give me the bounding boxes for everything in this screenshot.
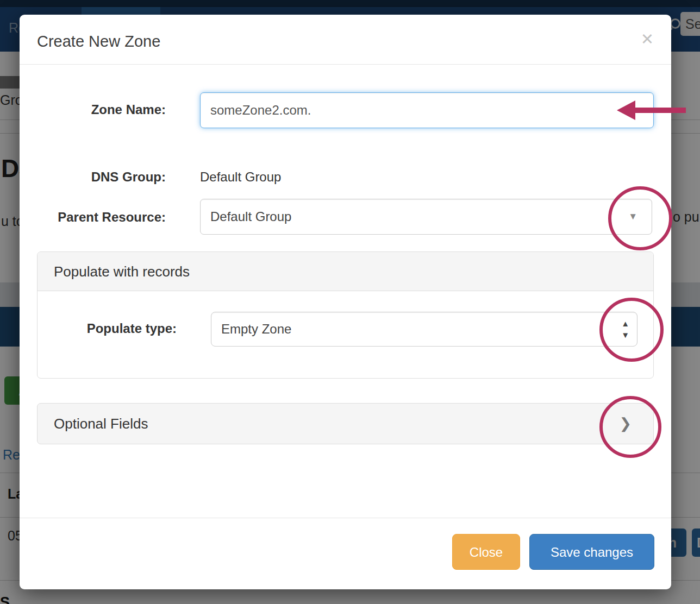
annotation-arrow-shaft [633,108,686,113]
screen: Re Sea Gro DS u to o pu A Re La 05 h D S… [0,0,700,604]
annotation-circle-optional-fields [599,396,661,458]
annotation-circle-populate-type [599,298,664,362]
modal-title: Create New Zone [37,33,160,51]
populate-type-label: Populate type: [38,321,177,336]
populate-panel: Populate with records Populate type: Emp… [37,251,654,379]
dns-group-value: Default Group [200,169,281,185]
populate-panel-heading: Populate with records [38,252,653,291]
create-zone-modal: Create New Zone ✕ Zone Name: DNS Group: … [20,15,671,589]
footer-divider [20,518,671,518]
zone-name-label: Zone Name: [20,102,166,117]
optional-fields-label: Optional Fields [54,416,148,432]
populate-type-value: Empty Zone [221,322,291,336]
close-button[interactable]: Close [452,534,520,570]
parent-resource-select[interactable]: Default Group ▼ [200,199,652,235]
optional-fields-toggle[interactable]: Optional Fields ❯ [37,403,654,444]
parent-resource-label: Parent Resource: [20,210,166,225]
populate-type-select[interactable]: Empty Zone ▲ ▼ [211,312,638,347]
close-icon[interactable]: ✕ [641,30,654,48]
save-changes-button[interactable]: Save changes [529,534,654,570]
annotation-circle-parent-resource [608,186,672,250]
dns-group-label: DNS Group: [20,169,166,185]
annotation-arrow-icon [617,100,635,120]
zone-name-input[interactable] [200,92,654,128]
header-divider [20,64,671,65]
parent-resource-value: Default Group [210,209,291,224]
